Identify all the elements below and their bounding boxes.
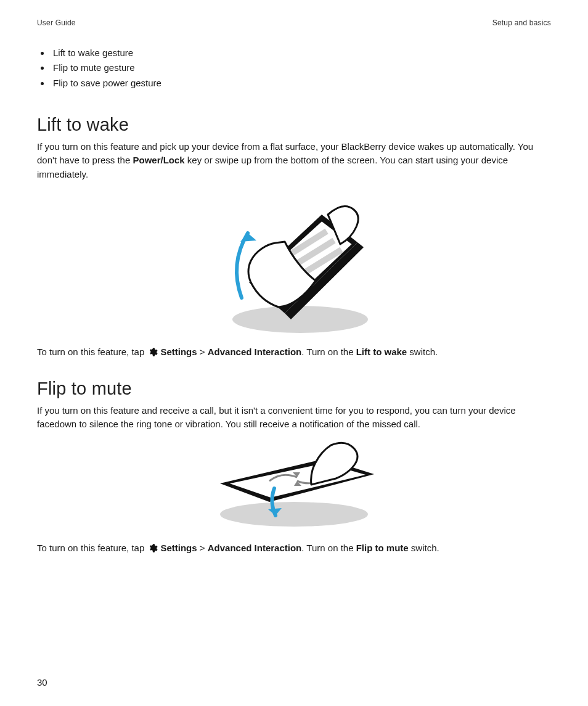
lift-to-wake-instruction: To turn on this feature, tap Settings > …: [37, 345, 551, 361]
flip-to-mute-instruction: To turn on this feature, tap Settings > …: [37, 541, 551, 557]
list-item: Flip to mute gesture: [51, 60, 551, 75]
text: switch.: [409, 543, 439, 553]
gear-icon: [148, 543, 158, 557]
list-item: Lift to wake gesture: [51, 46, 551, 60]
switch-name-bold: Flip to mute: [356, 543, 409, 553]
settings-bold: Settings: [160, 347, 197, 357]
lift-to-wake-figure: [37, 190, 551, 337]
lift-to-wake-paragraph: If you turn on this feature and pick up …: [37, 140, 551, 182]
text: To turn on this feature, tap: [37, 347, 147, 357]
flip-to-mute-heading: Flip to mute: [37, 379, 551, 399]
running-head: User Guide Setup and basics: [37, 18, 551, 27]
advanced-interaction-bold: Advanced Interaction: [208, 347, 302, 357]
lift-to-wake-illustration: [205, 190, 383, 337]
power-lock-bold: Power/Lock: [133, 155, 184, 165]
switch-name-bold: Lift to wake: [356, 347, 407, 357]
advanced-interaction-bold: Advanced Interaction: [208, 543, 302, 553]
lift-to-wake-heading: Lift to wake: [37, 115, 551, 135]
gear-icon: [148, 347, 158, 361]
flip-to-mute-illustration: [202, 440, 386, 533]
text: >: [197, 347, 208, 357]
page-number: 30: [37, 677, 47, 688]
flip-to-mute-figure: [37, 440, 551, 533]
settings-bold: Settings: [160, 543, 197, 553]
text: >: [197, 543, 208, 553]
gesture-bullets: Lift to wake gesture Flip to mute gestur…: [37, 46, 551, 90]
running-head-right: Setup and basics: [492, 18, 551, 27]
list-item: Flip to save power gesture: [51, 76, 551, 90]
flip-to-mute-paragraph: If you turn on this feature and receive …: [37, 404, 551, 432]
text: . Turn on the: [301, 347, 356, 357]
text: switch.: [407, 347, 438, 357]
text: To turn on this feature, tap: [37, 543, 147, 553]
running-head-left: User Guide: [37, 18, 76, 27]
svg-point-8: [220, 502, 368, 527]
text: . Turn on the: [301, 543, 356, 553]
svg-marker-7: [240, 233, 256, 242]
